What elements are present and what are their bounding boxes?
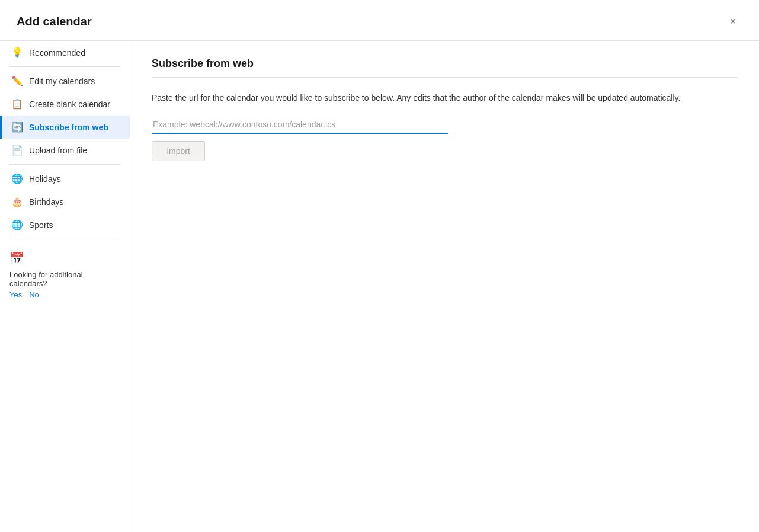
cake-icon: 🎂	[11, 196, 23, 207]
sidebar-item-label: Birthdays	[29, 197, 63, 207]
import-button[interactable]: Import	[152, 141, 205, 161]
sidebar: 💡 Recommended ✏️ Edit my calendars 📋 Cre…	[0, 41, 130, 532]
main-content-area: Subscribe from web Paste the url for the…	[130, 41, 759, 532]
modal-overlay: Add calendar × 💡 Recommended ✏️ Edit my …	[0, 0, 759, 532]
sidebar-item-edit-calendars[interactable]: ✏️ Edit my calendars	[0, 69, 130, 92]
sports-icon: 🌐	[11, 219, 23, 230]
sidebar-item-holidays[interactable]: 🌐 Holidays	[0, 167, 130, 190]
calendar-plus-icon: 📅	[9, 251, 120, 265]
bulb-icon: 💡	[11, 47, 23, 58]
sidebar-item-create-calendar[interactable]: 📋 Create blank calendar	[0, 92, 130, 116]
sidebar-item-label: Recommended	[29, 48, 85, 57]
calendar-icon: 📋	[11, 98, 23, 110]
file-icon: 📄	[11, 145, 23, 156]
sidebar-item-upload-file[interactable]: 📄 Upload from file	[0, 139, 130, 162]
close-button[interactable]: ×	[723, 12, 742, 31]
no-link[interactable]: No	[29, 290, 39, 299]
sidebar-item-subscribe-web[interactable]: 🔄 Subscribe from web	[0, 116, 130, 139]
sidebar-item-sports[interactable]: 🌐 Sports	[0, 213, 130, 236]
divider-2	[9, 164, 120, 165]
sidebar-item-label: Create blank calendar	[29, 100, 110, 109]
pencil-icon: ✏️	[11, 75, 23, 86]
sidebar-extra-section: 📅 Looking for additional calendars? Yes …	[0, 242, 130, 304]
description-text: Paste the url for the calendar you would…	[152, 92, 685, 104]
divider-3	[9, 239, 120, 239]
modal-header: Add calendar ×	[0, 0, 759, 41]
sidebar-item-label: Sports	[29, 220, 53, 230]
sidebar-item-label: Holidays	[29, 174, 61, 184]
url-input[interactable]	[152, 116, 448, 134]
add-calendar-modal: Add calendar × 💡 Recommended ✏️ Edit my …	[0, 0, 759, 532]
sidebar-item-label: Subscribe from web	[29, 123, 108, 132]
modal-body: 💡 Recommended ✏️ Edit my calendars 📋 Cre…	[0, 41, 759, 532]
extra-section-text: Looking for additional calendars?	[9, 270, 120, 288]
extra-links: Yes No	[9, 290, 120, 299]
sidebar-item-birthdays[interactable]: 🎂 Birthdays	[0, 190, 130, 213]
url-input-area: Import	[152, 116, 448, 161]
sidebar-item-recommended[interactable]: 💡 Recommended	[0, 41, 130, 64]
sidebar-item-label: Edit my calendars	[29, 76, 95, 86]
modal-title: Add calendar	[17, 15, 92, 28]
yes-link[interactable]: Yes	[9, 290, 22, 299]
globe-icon: 🌐	[11, 173, 23, 184]
web-icon: 🔄	[11, 121, 23, 133]
divider-1	[9, 66, 120, 67]
dialog-title: Subscribe from web	[152, 57, 254, 69]
sidebar-item-label: Upload from file	[29, 146, 87, 155]
